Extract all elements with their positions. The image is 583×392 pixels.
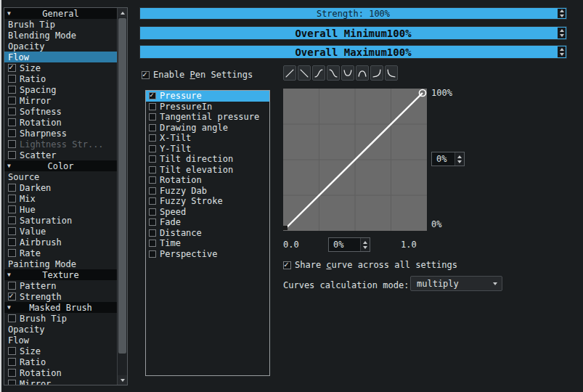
sidebar-item-rate[interactable]: Rate <box>4 248 117 258</box>
preset-arch-curve-button[interactable] <box>356 65 369 81</box>
unchecked-checkbox[interactable] <box>149 155 156 163</box>
unchecked-checkbox[interactable] <box>149 197 156 205</box>
unchecked-checkbox[interactable] <box>149 208 156 216</box>
sidebar-item-mix[interactable]: Mix <box>4 193 117 204</box>
unchecked-checkbox[interactable] <box>8 129 16 137</box>
sensor-item-fade[interactable]: Fade <box>146 217 269 228</box>
unchecked-checkbox[interactable] <box>8 216 16 224</box>
sensor-item-rotation[interactable]: Rotation <box>146 175 269 186</box>
sidebar-item-darken[interactable]: Darken <box>4 182 117 193</box>
overall-maximum-spin-buttons[interactable] <box>558 46 566 57</box>
sidebar-item-size[interactable]: Size <box>4 346 117 356</box>
sensor-item-tilt-direction[interactable]: Tilt direction <box>146 154 269 165</box>
preset-linear-down-button[interactable] <box>298 65 311 81</box>
unchecked-checkbox[interactable] <box>149 240 156 247</box>
sidebar-item-flow[interactable]: Flow <box>4 335 117 346</box>
unchecked-checkbox[interactable] <box>8 282 16 290</box>
unchecked-checkbox[interactable] <box>8 107 16 115</box>
sidebar-item-softness[interactable]: Softness <box>4 106 117 117</box>
unchecked-checkbox[interactable] <box>149 229 156 237</box>
curve-editor[interactable] <box>283 89 427 231</box>
calc-mode-dropdown[interactable]: multiply <box>410 276 502 291</box>
sidebar-item-brush-tip[interactable]: Brush Tip <box>4 19 117 30</box>
sidebar-item-ratio[interactable]: Ratio <box>4 73 117 84</box>
unchecked-checkbox[interactable] <box>8 184 16 192</box>
unchecked-checkbox[interactable] <box>149 250 156 258</box>
section-header-texture[interactable]: ▼Texture <box>4 269 117 280</box>
curve-canvas[interactable] <box>283 89 427 231</box>
spin-buttons[interactable] <box>454 152 464 166</box>
unchecked-checkbox[interactable] <box>149 134 156 142</box>
sensor-item-tilt-elevation[interactable]: Tilt elevation <box>146 165 269 176</box>
scroll-up-button[interactable] <box>118 8 127 17</box>
checked-checkbox[interactable] <box>142 71 150 79</box>
unchecked-checkbox[interactable] <box>8 314 16 322</box>
sidebar-item-spacing[interactable]: Spacing <box>4 84 117 95</box>
unchecked-checkbox[interactable] <box>149 176 156 184</box>
sidebar-item-mirror[interactable]: Mirror <box>4 95 117 106</box>
scrollbar-track[interactable] <box>118 18 126 375</box>
sensor-item-perspective[interactable]: Perspective <box>146 249 269 260</box>
curve-y-value-spinbox[interactable]: 0% <box>431 152 465 166</box>
sidebar-item-ratio[interactable]: Ratio <box>4 356 117 367</box>
sensor-item-speed[interactable]: Speed <box>146 207 269 218</box>
sidebar-item-saturation[interactable]: Saturation <box>4 215 117 226</box>
sidebar-item-opacity[interactable]: Opacity <box>4 41 117 52</box>
sensor-item-pressurein[interactable]: PressureIn <box>146 102 269 113</box>
unchecked-checkbox[interactable] <box>8 140 16 148</box>
sensor-item-tangential-pressure[interactable]: Tangential pressure <box>146 112 269 123</box>
unchecked-checkbox[interactable] <box>149 166 156 173</box>
unchecked-checkbox[interactable] <box>8 205 16 213</box>
unchecked-checkbox[interactable] <box>8 195 16 203</box>
overall-minimum-slider[interactable]: Overall Minimum100% <box>139 26 567 40</box>
checked-checkbox[interactable] <box>283 261 291 269</box>
unchecked-checkbox[interactable] <box>8 151 16 159</box>
sidebar-item-source[interactable]: Source <box>4 171 117 182</box>
unchecked-checkbox[interactable] <box>8 380 16 385</box>
sidebar-item-strength[interactable]: Strength <box>4 291 117 302</box>
preset-ease-out-curve-button[interactable] <box>385 65 398 81</box>
unchecked-checkbox[interactable] <box>8 238 16 246</box>
strength-slider-spin-buttons[interactable] <box>558 9 566 18</box>
preset-ease-in-curve-button[interactable] <box>370 65 383 81</box>
sensor-item-y-tilt[interactable]: Y-Tilt <box>146 144 269 155</box>
sidebar-item-scatter[interactable]: Scatter <box>4 150 117 160</box>
sidebar-item-sharpness[interactable]: Sharpness <box>4 128 117 139</box>
unchecked-checkbox[interactable] <box>149 219 156 226</box>
unchecked-checkbox[interactable] <box>149 103 156 110</box>
sidebar-item-pattern[interactable]: Pattern <box>4 280 117 291</box>
section-header-masked-brush[interactable]: ▼Masked Brush <box>4 302 117 313</box>
sensor-item-drawing-angle[interactable]: Drawing angle <box>146 123 269 134</box>
preset-linear-up-button[interactable] <box>283 65 296 81</box>
sidebar-item-rotation[interactable]: Rotation <box>4 117 117 128</box>
unchecked-checkbox[interactable] <box>149 187 156 195</box>
sidebar-item-brush-tip[interactable]: Brush Tip <box>4 313 117 324</box>
overall-maximum-slider[interactable]: Overall Maximum100% <box>139 45 567 59</box>
sensor-item-fuzzy-dab[interactable]: Fuzzy Dab <box>146 186 269 197</box>
preset-u-curve-button[interactable] <box>341 65 354 81</box>
checked-checkbox[interactable] <box>149 92 156 99</box>
unchecked-checkbox[interactable] <box>8 118 16 126</box>
unchecked-checkbox[interactable] <box>8 347 16 355</box>
spin-buttons[interactable] <box>360 238 370 251</box>
unchecked-checkbox[interactable] <box>8 369 16 377</box>
section-header-color[interactable]: ▼Color <box>4 160 117 171</box>
sensor-item-time[interactable]: Time <box>146 238 269 249</box>
sidebar-item-opacity[interactable]: Opacity <box>4 324 117 335</box>
sidebar-scrollbar[interactable] <box>117 8 127 385</box>
unchecked-checkbox[interactable] <box>8 227 16 235</box>
curve-x-value-spinbox[interactable]: 0% <box>328 237 370 252</box>
unchecked-checkbox[interactable] <box>8 97 16 105</box>
sidebar-item-size[interactable]: Size <box>4 62 117 73</box>
scroll-down-button[interactable] <box>118 375 127 385</box>
sidebar-item-flow[interactable]: Flow <box>4 52 117 62</box>
sensor-item-fuzzy-stroke[interactable]: Fuzzy Stroke <box>146 196 269 207</box>
unchecked-checkbox[interactable] <box>149 124 156 131</box>
checked-checkbox[interactable] <box>8 293 16 301</box>
sidebar-item-painting-mode[interactable]: Painting Mode <box>4 258 117 269</box>
sidebar-item-hue[interactable]: Hue <box>4 204 117 215</box>
overall-minimum-spin-buttons[interactable] <box>558 28 566 38</box>
sidebar-item-mirror[interactable]: Mirror <box>4 378 117 385</box>
unchecked-checkbox[interactable] <box>8 249 16 257</box>
sidebar-item-rotation[interactable]: Rotation <box>4 367 117 378</box>
